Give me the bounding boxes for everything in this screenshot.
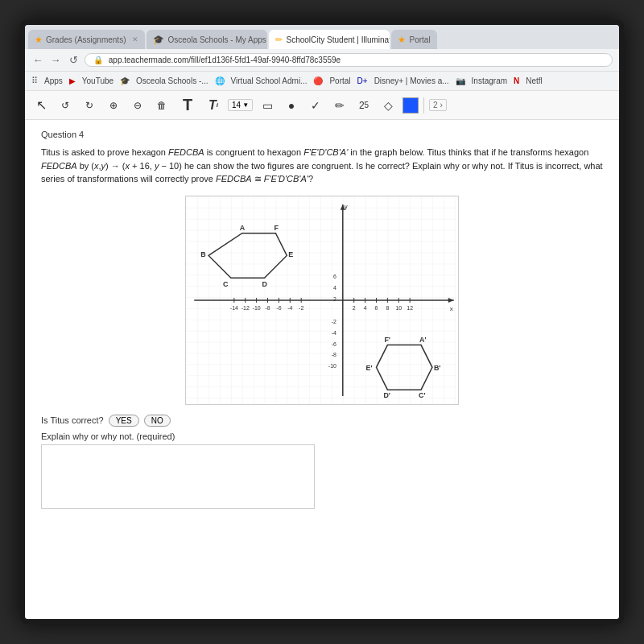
- disney-icon: D+: [357, 76, 368, 85]
- svg-text:-4: -4: [332, 329, 336, 335]
- undo-button[interactable]: ↺: [56, 96, 75, 115]
- svg-text:-10: -10: [328, 363, 336, 369]
- tab-portal-icon: ★: [398, 35, 406, 45]
- rectangle-tool[interactable]: ▭: [258, 96, 277, 115]
- tab-grades-icon: ★: [35, 35, 43, 45]
- checkmark-tool[interactable]: ✓: [306, 96, 325, 115]
- svg-text:D: D: [262, 280, 268, 288]
- svg-text:A': A': [419, 335, 427, 343]
- pencil-tool[interactable]: ✏: [330, 96, 349, 115]
- bookmark-disney[interactable]: Disney+ | Movies a...: [374, 76, 449, 85]
- redo-button[interactable]: ↻: [80, 96, 99, 115]
- font-size-dropdown-icon[interactable]: ▼: [242, 101, 249, 109]
- toolbar: ↖ ↺ ↻ ⊕ ⊖ 🗑 T Ti 14 ▼ ▭ ● ✓ ✏ 25 ◇ 2 ›: [25, 91, 619, 120]
- explain-textarea[interactable]: [41, 444, 315, 509]
- svg-text:8: 8: [386, 304, 389, 310]
- svg-text:A: A: [240, 223, 246, 231]
- svg-text:6: 6: [375, 304, 378, 310]
- bookmark-netflix[interactable]: Netfl: [526, 76, 543, 85]
- correct-label: Is Titus correct?: [41, 415, 104, 425]
- font-size-value: 14: [232, 101, 241, 109]
- number-tool[interactable]: 25: [354, 96, 374, 115]
- svg-text:4: 4: [364, 304, 367, 310]
- bookmark-youtube[interactable]: YouTube: [82, 76, 114, 85]
- text-tool-Ti[interactable]: Ti: [204, 96, 223, 115]
- svg-text:10: 10: [395, 304, 402, 310]
- svg-text:E: E: [288, 250, 293, 258]
- svg-text:y: y: [345, 202, 348, 209]
- svg-text:B: B: [200, 250, 206, 258]
- tab-portal-label: Portal: [409, 35, 430, 44]
- bookmark-portal[interactable]: Portal: [329, 76, 350, 85]
- tab-osceola-label: Osceola Schools - My Apps: [167, 35, 266, 44]
- svg-text:E': E': [366, 364, 373, 372]
- answer-section: Is Titus correct? YES NO Explain why or …: [41, 415, 603, 510]
- bookmarks-bar: ⠿ Apps ▶ YouTube 🎓 Osceola Schools -... …: [25, 72, 619, 91]
- question-number: Question 4: [41, 130, 603, 139]
- tab-grades[interactable]: ★ Grades (Assignments) ✕: [28, 30, 145, 49]
- page-counter[interactable]: 2 ›: [429, 99, 447, 111]
- svg-text:-8: -8: [265, 304, 270, 310]
- svg-text:4: 4: [333, 285, 336, 291]
- tab-portal[interactable]: ★ Portal: [391, 30, 436, 49]
- tab-bar: ★ Grades (Assignments) ✕ 🎓 Osceola Schoo…: [25, 25, 619, 49]
- zoom-out-button[interactable]: ⊖: [128, 96, 147, 115]
- trash-button[interactable]: 🗑: [152, 96, 171, 115]
- forward-button[interactable]: →: [49, 54, 62, 66]
- tab-schoolcity-icon: ✏: [275, 35, 283, 45]
- shape-tool[interactable]: ◇: [378, 96, 398, 115]
- svg-text:-8: -8: [332, 352, 336, 357]
- toolbar-separator: [423, 97, 424, 114]
- osceola-icon: 🎓: [120, 76, 130, 85]
- instagram-icon: 📷: [456, 76, 465, 85]
- apps-icon: ⠿: [31, 76, 38, 86]
- svg-text:B': B': [434, 364, 441, 372]
- text-tool-T[interactable]: T: [176, 96, 199, 115]
- tab-grades-close[interactable]: ✕: [132, 35, 138, 43]
- cursor-tool[interactable]: ↖: [31, 96, 51, 115]
- no-button[interactable]: NO: [144, 415, 171, 427]
- youtube-icon: ▶: [69, 76, 76, 85]
- svg-text:6: 6: [333, 274, 336, 279]
- address-bar: ← → ↺ 🔒 app.teachermade.com/fill/ef1d136…: [25, 49, 619, 72]
- virtual-icon: 🌐: [215, 76, 225, 85]
- svg-text:2: 2: [353, 304, 356, 310]
- lock-icon: 🔒: [93, 56, 103, 64]
- tab-schoolcity[interactable]: ✏ SchoolCity Student | Illuminate F ✕: [269, 30, 390, 49]
- correct-row: Is Titus correct? YES NO: [41, 415, 603, 427]
- tab-osceola[interactable]: 🎓 Osceola Schools - My Apps ✕: [147, 30, 267, 49]
- svg-text:-6: -6: [276, 304, 281, 310]
- address-text: app.teachermade.com/fill/ef1d136f-5fd1-4…: [109, 56, 341, 64]
- svg-text:-10: -10: [253, 304, 261, 310]
- content-area: Question 4 Titus is asked to prove hexag…: [25, 120, 619, 619]
- back-button[interactable]: ←: [31, 54, 44, 66]
- svg-text:-6: -6: [332, 341, 336, 346]
- svg-text:x: x: [450, 304, 453, 312]
- svg-text:12: 12: [407, 304, 413, 310]
- address-input[interactable]: 🔒 app.teachermade.com/fill/ef1d136f-5fd1…: [85, 53, 613, 67]
- zoom-in-button[interactable]: ⊕: [104, 96, 123, 115]
- laptop-screen: ★ Grades (Assignments) ✕ 🎓 Osceola Schoo…: [20, 20, 624, 624]
- tab-grades-label: Grades (Assignments): [46, 35, 126, 44]
- tab-schoolcity-label: SchoolCity Student | Illuminate F: [286, 35, 390, 44]
- font-size-selector[interactable]: 14 ▼: [228, 99, 253, 111]
- coordinate-graph: -14 -12 -10 -8 -6 -4 -2 2 4 6 8 10 12 x …: [186, 196, 458, 404]
- refresh-button[interactable]: ↺: [67, 54, 80, 66]
- svg-text:D': D': [383, 391, 390, 399]
- explain-label: Explain why or why not. (required): [41, 431, 603, 441]
- circle-tool[interactable]: ●: [282, 96, 301, 115]
- svg-text:C': C': [419, 391, 426, 399]
- svg-text:-2: -2: [332, 318, 336, 324]
- bookmark-instagram[interactable]: Instagram: [472, 76, 507, 85]
- bookmark-apps[interactable]: Apps: [44, 76, 63, 85]
- tab-osceola-icon: 🎓: [153, 35, 164, 45]
- graph-container: -14 -12 -10 -8 -6 -4 -2 2 4 6 8 10 12 x …: [185, 196, 459, 405]
- color-picker[interactable]: [402, 97, 419, 114]
- bookmark-osceola[interactable]: Osceola Schools -...: [136, 76, 208, 85]
- yes-button[interactable]: YES: [109, 415, 139, 427]
- svg-text:-4: -4: [287, 304, 292, 310]
- svg-text:-12: -12: [242, 304, 250, 310]
- svg-text:F': F': [384, 335, 390, 343]
- portal-icon: 🔴: [313, 76, 323, 85]
- bookmark-virtual[interactable]: Virtual School Admi...: [231, 76, 308, 85]
